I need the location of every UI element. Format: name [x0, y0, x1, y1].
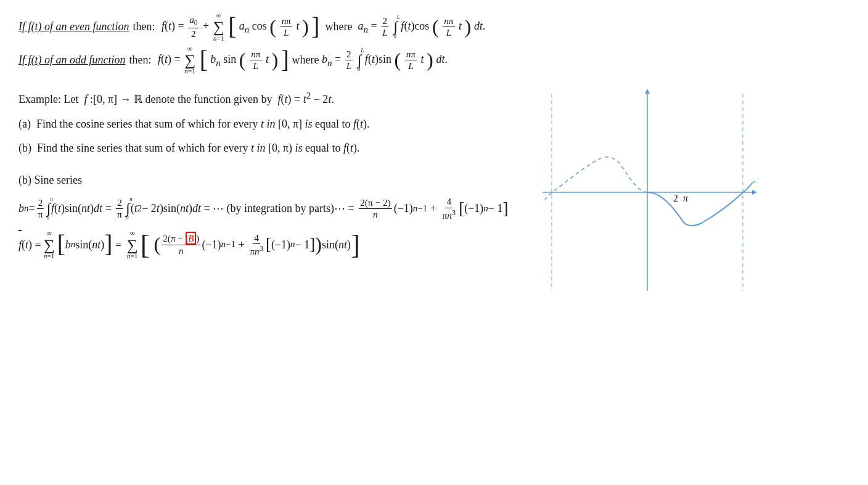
- odd-function-row: If f(t) of an odd function then: f(t) = …: [18, 46, 850, 75]
- part-b-line: (b) Find the sine series that sum of whi…: [18, 138, 524, 158]
- 4-over-pin3-2: 4 πn3: [248, 232, 264, 258]
- odd-formula: f(t) = ∞ ∑ n=1 [ bn sin ( nπ L t ) ]: [158, 46, 289, 75]
- boxed-B: B: [186, 232, 196, 245]
- fourier-graph: 2 π: [536, 88, 758, 297]
- even-then: then:: [133, 20, 155, 33]
- 2pi-B-over-n: 2(π − B) n: [162, 233, 200, 256]
- sum-symbol-odd: ∞ ∑ n=1: [184, 46, 195, 75]
- integral-bn-2: π ∫ 0: [126, 197, 130, 221]
- odd-function-label: If f(t) of an odd function: [18, 54, 125, 67]
- part-a-line: (a) Find the cosine series that sum of w…: [18, 114, 524, 134]
- integral-odd: L ∫ 0: [358, 48, 362, 73]
- svg-marker-1: [752, 190, 757, 195]
- sine-series-header: (b) Sine series: [18, 170, 524, 190]
- fbar-symbol: f: [18, 230, 22, 259]
- 2-over-pi-2: 2 π: [116, 197, 123, 221]
- svg-text:π: π: [683, 193, 689, 203]
- bn-formula-row: bn = 2 π π ∫ 0 f(t)sin(nt)dt = 2 π π: [18, 196, 524, 221]
- page-content: If f(t) of an even function then: f(t) =…: [18, 12, 850, 297]
- svg-text:2: 2: [673, 193, 678, 203]
- example-text: Example: Let: [18, 93, 78, 105]
- right-graph-area: 2 π: [524, 81, 850, 297]
- npi-over-L-1: nπ L: [280, 15, 292, 39]
- 2-over-L-1: 2 L: [381, 15, 389, 39]
- example-line: Example: Let f :[0, π] → ℝ denote the fu…: [18, 88, 524, 109]
- sum-fbar-1: ∞ ∑ n=1: [44, 230, 55, 259]
- even-function-row: If f(t) of an even function then: f(t) =…: [18, 12, 850, 42]
- an-formula: an = 2 L L ∫ 0 f(t)cos ( nπ L t ) dt.: [358, 15, 486, 39]
- 2-over-L-2: 2 L: [345, 49, 353, 72]
- where-even: where: [326, 20, 353, 33]
- even-function-label: If f(t) of an even function: [18, 20, 129, 33]
- 2-over-pi-1: 2 π: [37, 197, 44, 221]
- part-a-text: (a) Find the cosine series that sum of w…: [18, 118, 370, 130]
- bn-where-formula: bn = 2 L L ∫ 0 f(t)sin ( nπ L t ) dt.: [322, 48, 448, 73]
- even-formula: f(t) = a0 2 + ∞ ∑ n=1 [ an cos ( nπ L t …: [162, 12, 320, 42]
- example-domain: :[0, π] → ℝ denote the function given by: [90, 93, 272, 105]
- integral-even: L ∫ 0: [393, 15, 398, 39]
- left-content: Example: Let f :[0, π] → ℝ denote the fu…: [18, 81, 524, 268]
- sum-fbar-2: ∞ ∑ n=1: [127, 230, 138, 259]
- graph-container: 2 π: [536, 88, 758, 297]
- svg-marker-3: [645, 89, 650, 94]
- a0-over-2: a0 2: [188, 14, 199, 39]
- odd-then: then:: [129, 54, 151, 67]
- sum-symbol-even: ∞ ∑ n=1: [213, 12, 224, 42]
- npi-over-L-3: nπ L: [250, 49, 261, 72]
- main-section: Example: Let f :[0, π] → ℝ denote the fu…: [18, 81, 850, 297]
- fbar-formula-row: f(t) = ∞ ∑ n=1 [ bn sin(nt) ] = ∞ ∑ n=1 …: [18, 230, 524, 259]
- npi-over-L-4: nπ L: [405, 49, 417, 72]
- npi-over-L-2: nπ L: [443, 15, 454, 39]
- 4-over-pin3: 4 πn3: [441, 196, 457, 221]
- integral-bn-1: π ∫ 0: [46, 197, 51, 221]
- 2pi-2-over-n: 2(π − 2) n: [359, 197, 391, 221]
- where-odd: where: [292, 54, 319, 67]
- part-b-text: (b) Find the sine series that sum of whi…: [18, 142, 360, 154]
